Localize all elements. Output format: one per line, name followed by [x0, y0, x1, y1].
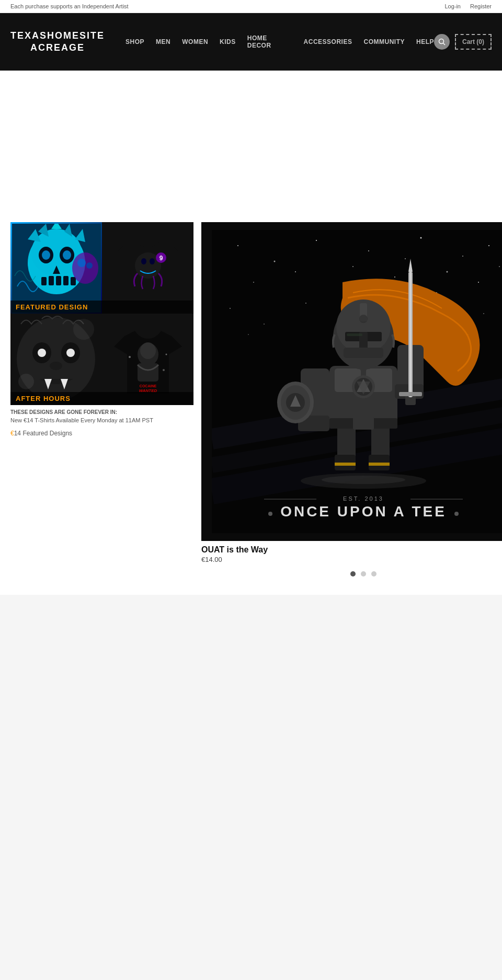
nav-women[interactable]: WOMEN [182, 38, 208, 45]
svg-rect-107 [344, 348, 383, 358]
svg-point-110 [322, 476, 405, 484]
svg-rect-76 [335, 463, 356, 466]
featured-accent: DESIGN [59, 303, 88, 311]
svg-point-53 [368, 250, 369, 251]
featured-top-left-image [10, 222, 102, 314]
after-label: AFTER HOURS [10, 392, 193, 405]
svg-point-21 [77, 259, 86, 267]
pagination-dot-2[interactable] [361, 571, 366, 577]
svg-point-35 [66, 349, 75, 357]
tshirt-design: 9 [114, 229, 182, 307]
featured-top-right-image: 9 [102, 222, 193, 314]
monster-art [10, 314, 102, 405]
main-content: 9 FEATURED DESIGN [0, 212, 502, 595]
pagination-dot-1[interactable] [350, 571, 356, 577]
svg-point-8 [63, 250, 71, 260]
svg-rect-14 [71, 277, 76, 285]
svg-point-0 [439, 39, 443, 44]
svg-line-1 [443, 43, 445, 45]
product-image: EST. 2013 ONCE UPON A TEE [201, 222, 502, 541]
svg-point-59 [447, 271, 448, 273]
site-logo[interactable]: TEXASHOMESITE ACREAGE [10, 30, 105, 54]
search-icon [438, 38, 446, 45]
register-link[interactable]: Register [470, 3, 492, 9]
svg-point-54 [420, 237, 422, 239]
svg-point-70 [405, 258, 406, 259]
nav-accessories[interactable]: ACCESSORIES [304, 38, 352, 45]
svg-rect-10 [41, 277, 47, 285]
svg-point-25 [141, 258, 146, 264]
count-number: 14 [14, 430, 23, 437]
svg-point-62 [352, 266, 353, 267]
cart-button[interactable]: Cart (0) [455, 34, 492, 50]
svg-rect-86 [353, 417, 374, 430]
svg-text:COCAINE: COCAINE [139, 384, 156, 388]
search-button[interactable] [434, 34, 450, 50]
svg-point-56 [488, 245, 489, 246]
product-illustration: EST. 2013 ONCE UPON A TEE [212, 230, 502, 533]
nav-men[interactable]: MEN [156, 38, 170, 45]
left-column: 9 FEATURED DESIGN [10, 222, 193, 441]
product-info: OUAT is the Way €14.00 [201, 541, 502, 563]
nav-help[interactable]: HELP [416, 38, 434, 45]
pagination [201, 563, 502, 584]
right-column: EST. 2013 ONCE UPON A TEE OUAT is the Wa… [201, 222, 502, 584]
skull-art [12, 224, 101, 313]
logo-line2: ACREAGE [10, 42, 105, 54]
svg-point-108 [359, 315, 368, 323]
featured-bottom-right-image: COCAINE WANTED [102, 314, 193, 405]
featured-bottom: COCAINE WANTED AFTER HOURS [10, 314, 193, 405]
nav-kids[interactable]: KIDS [220, 38, 236, 45]
nav-home-decor[interactable]: HOME DECOR [247, 34, 292, 49]
svg-point-51 [274, 261, 276, 262]
svg-point-20 [72, 252, 98, 284]
svg-point-42 [140, 342, 156, 359]
top-bar-links: Log-in Register [437, 3, 492, 9]
svg-point-60 [478, 282, 479, 283]
designs-gone-text: THESE DESIGNS ARE GONE FOREVER IN: [10, 409, 193, 415]
svg-point-52 [316, 240, 317, 241]
after-accent: HOURS [43, 395, 71, 402]
header: TEXASHOMESITE ACREAGE SHOP MEN WOMEN KID… [0, 13, 502, 71]
content-area: 9 FEATURED DESIGN [5, 217, 497, 590]
svg-point-36 [50, 362, 62, 370]
svg-point-34 [38, 349, 46, 357]
svg-text:ONCE UPON A TEE: ONCE UPON A TEE [280, 503, 447, 520]
top-bar: Each purchase supports an Independent Ar… [0, 0, 502, 13]
login-link[interactable]: Log-in [444, 3, 461, 9]
after-prefix: AFTER [16, 395, 43, 402]
svg-point-61 [230, 308, 231, 309]
svg-rect-97 [408, 272, 413, 397]
header-right: Cart (0) [434, 34, 492, 50]
svg-point-64 [499, 266, 500, 267]
nav-community[interactable]: COMMUNITY [363, 38, 405, 45]
svg-point-22 [86, 262, 93, 269]
product-card[interactable]: EST. 2013 ONCE UPON A TEE [201, 222, 502, 541]
logo-line1: TEXASHOMESITE [10, 30, 105, 42]
euro-sign: € [10, 430, 14, 437]
featured-label: FEATURED DESIGN [10, 301, 193, 314]
featured-prefix: FEATURED [16, 303, 59, 311]
featured-panel[interactable]: 9 FEATURED DESIGN [10, 222, 193, 405]
wookiee-tshirt: COCAINE WANTED [114, 320, 182, 399]
svg-rect-13 [63, 276, 69, 285]
svg-point-69 [305, 303, 306, 304]
svg-point-116 [454, 512, 459, 516]
nav-shop[interactable]: SHOP [126, 38, 144, 45]
pagination-dot-3[interactable] [371, 571, 376, 577]
svg-rect-105 [347, 333, 362, 336]
svg-point-65 [264, 324, 265, 325]
svg-point-55 [462, 256, 463, 257]
svg-point-7 [42, 250, 50, 260]
hero-banner [0, 71, 502, 212]
svg-point-47 [165, 353, 167, 355]
featured-bottom-left-image [10, 314, 102, 405]
svg-point-63 [394, 276, 395, 278]
svg-point-115 [268, 512, 272, 516]
svg-point-48 [163, 369, 165, 371]
svg-point-57 [253, 282, 254, 283]
svg-point-50 [237, 245, 238, 246]
svg-text:EST. 2013: EST. 2013 [343, 495, 384, 502]
svg-point-26 [150, 258, 155, 264]
support-text: Each purchase supports an Independent Ar… [10, 3, 129, 9]
